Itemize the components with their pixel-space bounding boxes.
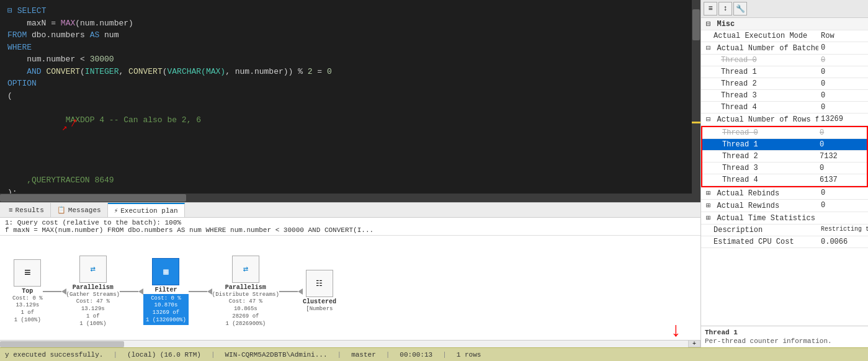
execution-plan-area[interactable]: ≡ Top Cost: 0 %13.129s1 of1 (100%) ⇄ Par… <box>0 236 700 347</box>
sql-keyword: ⊟ SELECT <box>7 6 46 16</box>
prop-rows-thread-1[interactable]: Thread 1 0 <box>702 139 867 151</box>
prop-batch-thread-3-value: 0 <box>818 90 868 101</box>
plan-node-parallelism-gather: ⇄ Parallelism (Gather Streams)Cost: 47 %… <box>66 256 120 328</box>
prop-rows-thread-0: Thread 0 0 <box>702 127 867 139</box>
prop-batch-thread-4-value: 0 <box>818 102 868 113</box>
prop-description-label: Description <box>701 225 818 236</box>
plan-label-top: Top <box>22 288 33 295</box>
prop-actual-number-batches-label: ⊟ Actual Number of Batches <box>701 42 818 54</box>
prop-actual-execution-mode: Actual Execution Mode Row <box>701 30 868 42</box>
query-info-bar: 1: Query cost (relative to the batch): 1… <box>0 218 700 236</box>
props-toolbar-grid-btn[interactable]: ≡ <box>704 2 717 16</box>
prop-rows-thread-2-value: 7132 <box>817 151 867 162</box>
plan-horizontal-scrollbar[interactable] <box>0 340 688 347</box>
prop-rows-thread-2: Thread 2 7132 <box>702 151 867 163</box>
prop-actual-rows-all: ⊟ Actual Number of Rows for All B... 132… <box>701 114 868 126</box>
plan-cost-gather: (Gather Streams)Cost: 47 %13.129s1 of1 (… <box>66 292 120 328</box>
prop-actual-rows-all-value: 13269 <box>818 114 868 125</box>
status-time: 00:00:13 <box>400 351 432 359</box>
prop-rows-thread-2-label: Thread 2 <box>702 151 817 162</box>
prop-actual-execution-mode-value: Row <box>818 30 868 42</box>
plan-connector-2 <box>120 288 143 295</box>
prop-actual-time-stats-value <box>818 212 868 224</box>
plan-cost-distribute: (Distribute Streams)Cost: 47 %10.865s282… <box>212 292 279 328</box>
sql-keyword: FROM <box>7 30 32 40</box>
plan-label-filter: Filter <box>154 287 177 293</box>
status-server: (local) (16.0 RTM) <box>127 351 201 359</box>
prop-batch-thread-1: Thread 1 0 <box>701 66 868 78</box>
plan-cost-top: Cost: 0 %13.129s1 of1 (100%) <box>12 295 43 324</box>
tab-messages[interactable]: 📋 Messages <box>51 203 108 217</box>
tab-results-label: Results <box>16 207 44 214</box>
prop-actual-time-stats-label: ⊞ Actual Time Statistics <box>701 212 818 224</box>
plan-label-gather: Parallelism <box>73 284 114 291</box>
prop-rows-thread-3-value: 0 <box>817 163 867 174</box>
prop-rows-thread-4-label: Thread 4 <box>702 174 817 185</box>
prop-batch-thread-0: Thread 0 0 <box>701 55 868 66</box>
plan-connector-3 <box>189 288 212 295</box>
sql-comment: ,QUERYTRACEON 8649 <box>27 176 114 185</box>
props-toolbar-sort-btn[interactable]: ↕ <box>718 2 732 16</box>
plan-node-parallelism-distribute: ⇄ Parallelism (Distribute Streams)Cost: … <box>212 256 279 328</box>
status-user: WIN-CQRM5A2DBTB\Admini... <box>225 351 327 359</box>
plan-icon-distribute: ⇄ <box>232 256 259 283</box>
plan-label-distribute: Parallelism <box>225 284 266 291</box>
plan-connector-4 <box>279 288 303 295</box>
prop-actual-rewinds: ⊞ Actual Rewinds 0 <box>701 200 868 212</box>
prop-batch-thread-1-value: 0 <box>818 66 868 78</box>
section-misc-label: ⊟ Misc <box>701 18 818 30</box>
red-annotation-arrow-2: ↗ <box>62 122 67 135</box>
properties-panel: ≡ ↕ 🔧 ⊟ Misc Actual Execution Mode Row ⊟… <box>700 0 868 347</box>
prop-batch-thread-3: Thread 3 0 <box>701 90 868 102</box>
prop-batch-thread-2-value: 0 <box>818 78 868 89</box>
prop-batch-thread-0-value: 0 <box>818 55 868 66</box>
status-message: y executed successfully. <box>5 351 103 359</box>
props-content: ⊟ Misc Actual Execution Mode Row ⊟ Actua… <box>701 18 868 326</box>
prop-description: Description Restricting the set of row..… <box>701 225 868 236</box>
prop-rows-thread-4: Thread 4 6137 <box>702 174 867 186</box>
props-footer-title: Thread 1 <box>705 329 864 336</box>
prop-batch-thread-2: Thread 2 0 <box>701 78 868 90</box>
sql-text: maxN = MAX(num.number) <box>7 19 133 28</box>
plan-connector-1 <box>43 288 66 295</box>
prop-batch-thread-4-label: Thread 4 <box>701 102 818 113</box>
prop-description-value: Restricting the set of row... <box>818 225 868 236</box>
section-misc: ⊟ Misc <box>701 18 868 30</box>
props-toolbar: ≡ ↕ 🔧 <box>701 0 868 18</box>
plan-node-clustered: ☷ Clustered [Numbers <box>303 270 336 313</box>
tab-execution-plan[interactable]: ⚡ Execution plan <box>108 203 185 217</box>
prop-actual-rows-all-label: ⊟ Actual Number of Rows for All B... <box>701 114 818 125</box>
messages-icon: 📋 <box>57 206 66 214</box>
horizontal-scrollbar[interactable] <box>0 194 692 202</box>
props-toolbar-settings-btn[interactable]: 🔧 <box>733 2 747 16</box>
prop-rows-thread-1-label: Thread 1 <box>702 139 817 150</box>
prop-actual-number-batches: ⊟ Actual Number of Batches 0 <box>701 42 868 55</box>
props-footer: Thread 1 Per-thread counter information. <box>701 326 868 347</box>
tab-results[interactable]: ≡ Results <box>2 203 51 217</box>
vertical-scrollbar[interactable] <box>692 0 700 202</box>
plan-icon-gather: ⇄ <box>79 256 107 283</box>
prop-rows-thread-0-value: 0 <box>817 127 867 138</box>
plan-scroll-plus[interactable]: + <box>688 340 700 347</box>
prop-rows-thread-4-value: 6137 <box>817 174 867 185</box>
prop-batch-thread-3-label: Thread 3 <box>701 90 818 101</box>
prop-rows-thread-3: Thread 3 0 <box>702 163 867 174</box>
prop-batch-thread-4: Thread 4 0 <box>701 102 868 114</box>
execution-plan-icon: ⚡ <box>114 207 119 215</box>
prop-batch-thread-1-label: Thread 1 <box>701 66 818 78</box>
prop-actual-time-stats: ⊞ Actual Time Statistics <box>701 212 868 225</box>
prop-actual-rebinds: ⊞ Actual Rebinds 0 <box>701 187 868 200</box>
prop-actual-number-batches-value: 0 <box>818 42 868 54</box>
prop-batch-thread-0-label: Thread 0 <box>701 55 818 66</box>
query-text-info: f maxN = MAX(num.number) FROM dbo.number… <box>5 226 696 234</box>
sql-editor[interactable]: ⊟ SELECT maxN = MAX(num.number) FROM dbo… <box>0 0 700 202</box>
plan-node-filter: ▦ Filter Cost: 0 %10.870s13269 of1 (1326… <box>143 258 189 326</box>
plan-icon-top: ≡ <box>14 259 41 287</box>
query-cost-info: 1: Query cost (relative to the batch): 1… <box>5 219 696 226</box>
prop-estimated-cpu-cost-label: Estimated CPU Cost <box>701 236 818 247</box>
sql-comment: MAXDOP 4 -- Can also be 2, 6 <box>66 115 201 125</box>
props-footer-desc: Per-thread counter information. <box>705 337 864 345</box>
plan-cost-filter: Cost: 0 %10.870s13269 of1 (1326900%) <box>143 294 189 326</box>
red-arrow-down: ↓ <box>670 319 682 342</box>
red-outline-group: Thread 0 0 Thread 1 0 Thread 2 7132 Thre… <box>701 126 868 187</box>
